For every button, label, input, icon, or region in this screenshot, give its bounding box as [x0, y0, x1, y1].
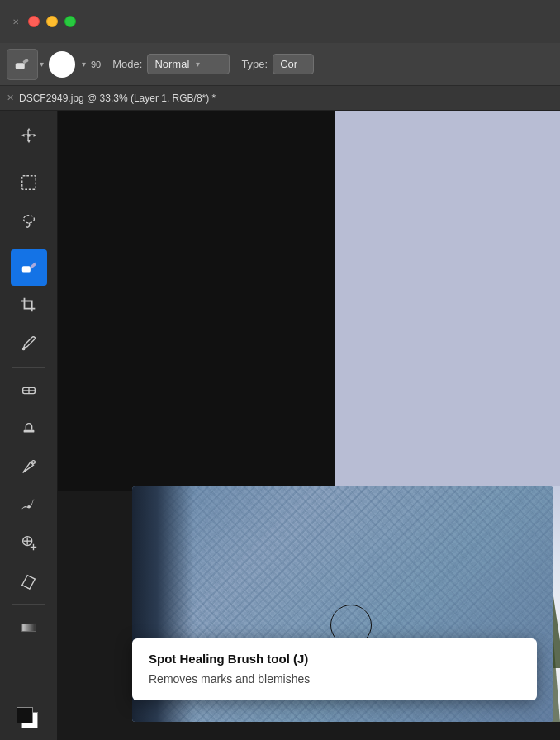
sidebar-tool-lasso[interactable]: [11, 202, 47, 239]
type-label: Type:: [241, 58, 268, 70]
svg-rect-4: [21, 266, 30, 272]
title-bar: ✕: [0, 0, 560, 43]
pen-icon: [20, 458, 38, 476]
brush-size-container[interactable]: [49, 51, 75, 78]
main-layout: Spot Healing Brush tool (J) Removes mark…: [0, 111, 560, 740]
traffic-lights: ✕: [10, 16, 76, 27]
move-icon: [20, 126, 38, 145]
window-close-icon: ✕: [10, 16, 21, 27]
tool-divider-1: [12, 159, 45, 159]
traffic-close[interactable]: [28, 16, 40, 27]
svg-rect-2: [21, 176, 36, 190]
sidebar-tool-eraser[interactable]: [11, 562, 47, 599]
traffic-maximize[interactable]: [64, 16, 76, 27]
brush-icon: [20, 496, 38, 514]
tooltip-title: Spot Healing Brush tool (J): [149, 652, 520, 666]
sidebar-tool-crop[interactable]: [11, 287, 47, 324]
sidebar-tool-gradient[interactable]: [11, 610, 47, 646]
svg-line-15: [21, 586, 29, 590]
sidebar-tool-eyedropper[interactable]: [11, 325, 47, 362]
sidebar-tool-marquee[interactable]: [11, 164, 47, 201]
svg-point-10: [31, 461, 35, 464]
svg-point-3: [23, 216, 34, 223]
healing-sidebar-icon: [20, 259, 38, 277]
svg-point-5: [21, 348, 25, 351]
marquee-icon: [20, 173, 38, 192]
crop-icon: [20, 296, 38, 315]
sidebar-tool-stamp[interactable]: [11, 410, 47, 447]
healing-brush-group: ▾: [7, 49, 44, 80]
tooltip-box: Spot Healing Brush tool (J) Removes mark…: [132, 638, 537, 700]
doc-tab-close-btn[interactable]: ✕: [7, 92, 14, 103]
eyedropper-icon: [20, 334, 38, 353]
traffic-minimize[interactable]: [46, 16, 58, 27]
color-swatches[interactable]: [15, 705, 43, 733]
left-sidebar: [0, 111, 58, 740]
toolbar: ▾ ▾ 90 Mode: Normal ▾ Type: Cor: [0, 43, 560, 86]
sidebar-tool-patch[interactable]: [11, 372, 47, 409]
svg-rect-16: [21, 624, 36, 631]
brush-size-dropdown-arrow[interactable]: ▾: [82, 59, 86, 69]
sidebar-tool-move[interactable]: [11, 117, 47, 154]
svg-rect-9: [23, 430, 34, 433]
canvas-dark-region: [58, 111, 335, 491]
mode-dropdown-text: Normal: [154, 58, 189, 70]
eraser-icon: [20, 572, 38, 590]
clone-icon: [20, 534, 38, 552]
type-dropdown-text: Cor: [280, 58, 297, 70]
foreground-color-swatch[interactable]: [17, 707, 33, 723]
type-dropdown[interactable]: Cor: [273, 54, 314, 74]
sidebar-tool-brush[interactable]: [11, 486, 47, 523]
mode-label: Mode:: [112, 58, 142, 70]
healing-icon: [13, 55, 31, 74]
brush-size-value: 90: [91, 59, 101, 69]
doc-tab-title: DSCF2949.jpg @ 33,3% (Layer 1, RGB/8*) *: [19, 92, 216, 104]
svg-point-11: [27, 505, 31, 509]
healing-brush-toolbar-btn[interactable]: [7, 49, 38, 80]
healing-brush-dropdown-arrow[interactable]: ▾: [40, 59, 44, 69]
brush-circle-preview: [49, 51, 75, 78]
sidebar-tool-healing[interactable]: [11, 249, 47, 286]
tooltip-description: Removes marks and blemishes: [149, 672, 520, 685]
doc-tab-bar: ✕ DSCF2949.jpg @ 33,3% (Layer 1, RGB/8*)…: [0, 86, 560, 111]
canvas-light-region: [335, 111, 560, 491]
svg-rect-0: [16, 63, 25, 69]
sidebar-tool-clone[interactable]: [11, 524, 47, 561]
lasso-icon: [20, 211, 38, 230]
canvas-area[interactable]: Spot Healing Brush tool (J) Removes mark…: [58, 111, 560, 740]
mode-dropdown-arrow-icon: ▾: [196, 59, 200, 69]
gradient-icon: [20, 619, 38, 637]
sidebar-tool-pen[interactable]: [11, 448, 47, 485]
mode-dropdown[interactable]: Normal ▾: [147, 54, 230, 74]
stamp-icon: [20, 420, 38, 438]
tool-divider-4: [12, 604, 45, 605]
tool-divider-3: [12, 367, 45, 368]
tool-divider-2: [12, 244, 45, 244]
patch-icon: [20, 382, 38, 400]
